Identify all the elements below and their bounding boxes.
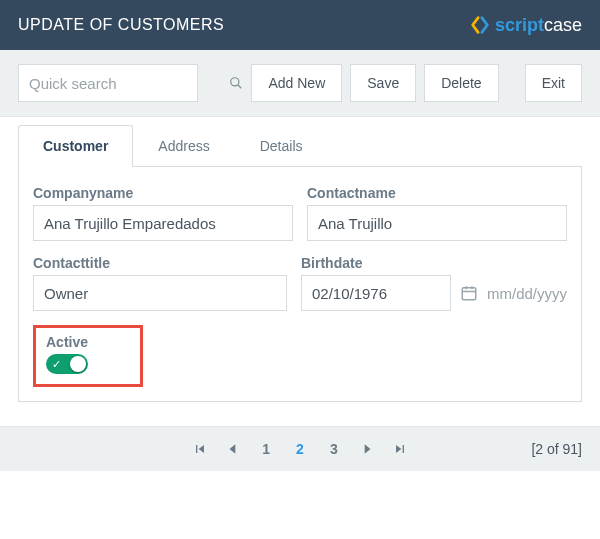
- birthdate-label: Birthdate: [301, 255, 567, 271]
- check-icon: ✓: [52, 359, 61, 370]
- add-new-button[interactable]: Add New: [251, 64, 342, 102]
- search-icon[interactable]: [229, 65, 243, 101]
- save-button[interactable]: Save: [350, 64, 416, 102]
- page-info: [2 of 91]: [531, 441, 582, 457]
- next-page-button[interactable]: [360, 442, 374, 456]
- app-header: UPDATE OF CUSTOMERS scriptcase: [0, 0, 600, 50]
- birthdate-input[interactable]: [301, 275, 451, 311]
- last-page-button[interactable]: [392, 441, 408, 457]
- contactname-label: Contactname: [307, 185, 567, 201]
- active-toggle[interactable]: ✓: [46, 354, 88, 374]
- delete-button[interactable]: Delete: [424, 64, 498, 102]
- page-3[interactable]: 3: [326, 441, 342, 457]
- content: Customer Address Details Companyname Con…: [0, 117, 600, 402]
- birthdate-format-hint: mm/dd/yyyy: [487, 285, 567, 302]
- tab-customer[interactable]: Customer: [18, 125, 133, 167]
- brand-logo: scriptcase: [469, 14, 582, 36]
- tab-details[interactable]: Details: [235, 125, 328, 167]
- tabs: Customer Address Details: [18, 125, 582, 167]
- active-label: Active: [46, 334, 130, 350]
- search-box[interactable]: [18, 64, 198, 102]
- contacttitle-label: Contacttitle: [33, 255, 287, 271]
- companyname-input[interactable]: [33, 205, 293, 241]
- page-1[interactable]: 1: [258, 441, 274, 457]
- search-input[interactable]: [19, 65, 229, 101]
- logo-text: scriptcase: [495, 15, 582, 36]
- svg-rect-2: [462, 288, 476, 300]
- calendar-icon[interactable]: [459, 284, 479, 302]
- tab-address[interactable]: Address: [133, 125, 234, 167]
- toolbar: Add New Save Delete Exit: [0, 50, 600, 117]
- exit-button[interactable]: Exit: [525, 64, 582, 102]
- prev-page-button[interactable]: [226, 442, 240, 456]
- active-highlight-box: Active ✓: [33, 325, 143, 387]
- companyname-label: Companyname: [33, 185, 293, 201]
- pager-bar: 1 2 3 [2 of 91]: [0, 426, 600, 471]
- svg-point-0: [231, 78, 239, 86]
- toggle-knob: [70, 356, 86, 372]
- svg-line-1: [238, 85, 242, 89]
- contactname-input[interactable]: [307, 205, 567, 241]
- logo-chevrons-icon: [469, 14, 491, 36]
- page-title: UPDATE OF CUSTOMERS: [18, 16, 224, 34]
- page-2-current[interactable]: 2: [292, 441, 308, 457]
- form-card: Companyname Contactname Contacttitle Bir…: [18, 167, 582, 402]
- first-page-button[interactable]: [192, 441, 208, 457]
- contacttitle-input[interactable]: [33, 275, 287, 311]
